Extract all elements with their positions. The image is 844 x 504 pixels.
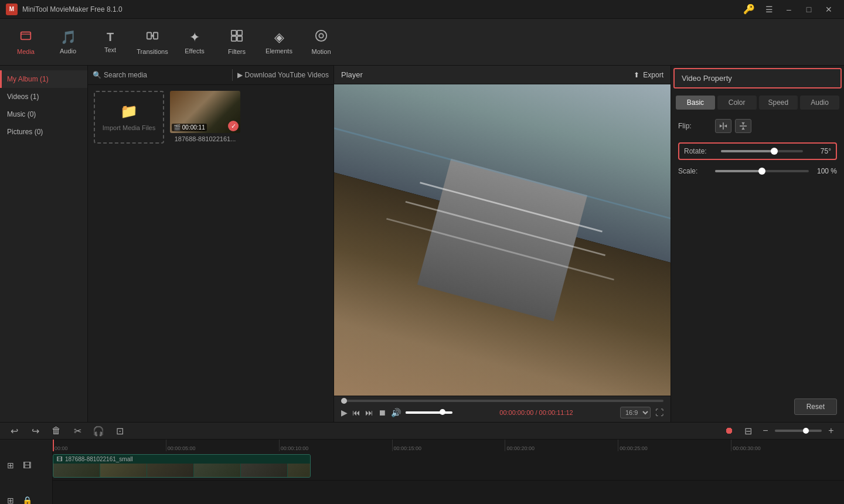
elements-label: Elements	[266, 47, 292, 55]
tab-basic[interactable]: Basic	[676, 96, 715, 110]
video-clip[interactable]: 🎞 187688-881022161_small	[53, 454, 311, 478]
sidebar-item-videos[interactable]: Videos (1)	[0, 88, 87, 105]
clip-name: 187688-881022161_small	[65, 456, 133, 462]
zoom-slider[interactable]	[775, 430, 822, 432]
audio-detach-button[interactable]: 🎧	[90, 423, 107, 439]
scale-slider[interactable]	[715, 170, 809, 172]
search-media-button[interactable]: 🔍 Search media	[93, 71, 227, 79]
zoom-minus-button[interactable]: −	[758, 424, 772, 438]
clip-frame-2	[147, 464, 194, 477]
media-label: Media	[17, 48, 35, 55]
effects-icon: ✦	[189, 30, 200, 45]
import-media-box[interactable]: 📁 Import Media Files	[94, 91, 164, 144]
minimize-button[interactable]: –	[780, 2, 798, 16]
youtube-download-button[interactable]: ▶ Download YouTube Videos	[237, 71, 329, 79]
volume-slider[interactable]	[406, 411, 452, 414]
crop-button[interactable]: ⊡	[111, 423, 128, 439]
aspect-ratio-select[interactable]: 16:9 9:16 1:1 4:3	[620, 407, 651, 418]
toolbar-item-motion[interactable]: Motion	[301, 22, 341, 62]
rotate-slider[interactable]	[721, 150, 803, 152]
rotate-value: 75°	[808, 147, 831, 155]
timeline: ↩ ↪ 🗑 ✂ 🎧 ⊡ ⏺ ⊟ − + ⊞ 🎞 ⊞ 🔒	[0, 422, 844, 504]
toolbar-item-text[interactable]: T Text	[90, 22, 130, 62]
timeline-tracks: 🎞 187688-881022161_small	[53, 451, 844, 504]
svg-rect-3	[232, 30, 236, 35]
hamburger-button[interactable]: ☰	[760, 2, 778, 16]
add-audio-track-button[interactable]: ⊞	[4, 493, 18, 504]
import-label: Import Media Files	[103, 124, 155, 131]
zoom-controls: ⏺ ⊟ − +	[721, 423, 838, 439]
filters-label: Filters	[228, 48, 246, 55]
flip-horizontal-button[interactable]	[715, 119, 731, 133]
tab-speed[interactable]: Speed	[759, 96, 798, 110]
left-panel: My Album (1) Videos (1) Music (0) Pictur…	[0, 66, 334, 422]
video-track-icon[interactable]: 🎞	[20, 458, 34, 472]
media-item-0[interactable]: 🎬 00:00:11 ✓ 187688-881022161...	[170, 91, 240, 144]
playhead-indicator	[53, 440, 54, 451]
add-video-track-button[interactable]: ⊞	[4, 458, 18, 472]
main-layout: My Album (1) Videos (1) Music (0) Pictur…	[0, 66, 844, 422]
prev-button[interactable]: ⏮	[352, 408, 360, 417]
zoom-plus-button[interactable]: +	[824, 424, 838, 438]
player-panel: Player ⬆ Export	[334, 66, 671, 422]
close-button[interactable]: ✕	[819, 2, 838, 16]
scale-value: 100 %	[814, 167, 837, 175]
ruler-mark-5: 00:00:25:00	[618, 440, 731, 451]
toolbar-item-elements[interactable]: ◈ Elements	[259, 22, 299, 62]
audio-lock-button[interactable]: 🔒	[20, 493, 34, 504]
scale-row: Scale: 100 %	[678, 167, 837, 175]
folder-icon: 📁	[120, 103, 138, 120]
transitions-icon	[146, 29, 159, 46]
media-thumb-0: 🎬 00:00:11 ✓	[170, 91, 240, 133]
transitions-label: Transitions	[137, 48, 168, 55]
undo-button[interactable]: ↩	[6, 423, 22, 439]
export-button[interactable]: ⬆ Export	[634, 71, 663, 79]
sidebar-item-music[interactable]: Music (0)	[0, 105, 87, 123]
progress-bar[interactable]	[341, 400, 663, 402]
svg-rect-4	[237, 30, 242, 35]
sidebar-item-album[interactable]: My Album (1)	[0, 70, 87, 88]
timeline-ruler: 00:00 00:00:05:00 00:00:10:00 00:00:15:0…	[53, 440, 844, 451]
youtube-icon: ▶	[237, 71, 243, 79]
sidebar-item-pictures[interactable]: Pictures (0)	[0, 123, 87, 141]
video-property-header: Video Property	[673, 68, 842, 88]
flip-vertical-button[interactable]	[735, 119, 751, 133]
current-time: 00:00:00:00	[499, 409, 533, 416]
split-button[interactable]: ⊟	[740, 423, 756, 439]
clip-frame-4	[241, 464, 288, 477]
toolbar-item-audio[interactable]: 🎵 Audio	[48, 22, 88, 62]
total-time: 00:00:11:12	[539, 409, 573, 416]
motion-icon	[315, 29, 328, 46]
redo-button[interactable]: ↪	[27, 423, 43, 439]
play-button[interactable]: ▶	[341, 408, 348, 417]
media-grid: 📁 Import Media Files 🎬 00:00:11 ✓ 187688…	[88, 85, 333, 422]
video-property-footer: Reset	[671, 391, 844, 422]
search-label: Search media	[104, 71, 147, 79]
time-display: 00:00:00:00 / 00:00:11:12	[457, 409, 615, 416]
reset-button[interactable]: Reset	[794, 399, 837, 415]
flip-label: Flip:	[678, 122, 710, 130]
duration-badge-0: 🎬 00:00:11	[172, 124, 207, 131]
record-button[interactable]: ⏺	[721, 423, 737, 439]
stop-button[interactable]: ⏹	[378, 408, 386, 417]
next-button[interactable]: ⏭	[365, 408, 373, 417]
ruler-mark-3: 00:00:15:00	[392, 440, 505, 451]
tab-color[interactable]: Color	[717, 96, 757, 110]
player-title: Player	[341, 70, 363, 79]
clip-frame-3	[194, 464, 241, 477]
tab-audio[interactable]: Audio	[800, 96, 839, 110]
toolbar-item-filters[interactable]: Filters	[217, 22, 257, 62]
cut-button[interactable]: ✂	[69, 423, 86, 439]
toolbar-item-media[interactable]: Media	[6, 22, 46, 62]
delete-button[interactable]: 🗑	[48, 423, 64, 439]
fullscreen-button[interactable]: ⛶	[655, 408, 663, 417]
toolbar-item-transitions[interactable]: Transitions	[132, 22, 172, 62]
maximize-button[interactable]: □	[799, 2, 818, 16]
svg-rect-5	[232, 36, 236, 40]
text-label: Text	[104, 46, 116, 53]
clip-frames	[53, 464, 310, 477]
svg-rect-1	[147, 32, 151, 39]
toolbar-item-effects[interactable]: ✦ Effects	[175, 22, 215, 62]
volume-button[interactable]: 🔊	[391, 408, 401, 417]
app-icon: M	[6, 4, 18, 15]
